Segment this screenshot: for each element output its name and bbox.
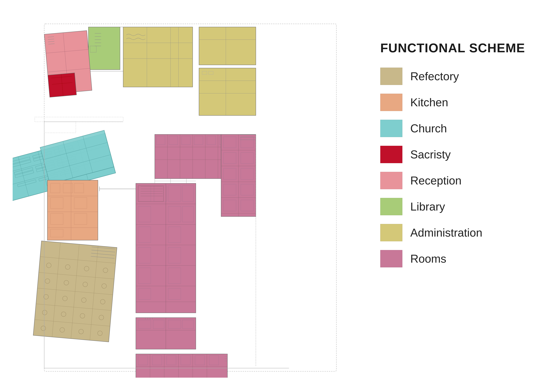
legend-item-kitchen: Kitchen (380, 94, 541, 111)
svg-rect-8 (199, 27, 256, 65)
svg-rect-11 (199, 68, 256, 115)
legend-item-refectory: Refectory (380, 68, 541, 85)
legend-color-library (380, 198, 402, 215)
legend-label-church: Church (410, 122, 447, 135)
legend-label-rooms: Rooms (410, 252, 446, 265)
legend-color-kitchen (380, 94, 402, 111)
legend-color-refectory (380, 68, 402, 85)
legend-label-kitchen: Kitchen (410, 96, 448, 109)
legend-item-rooms: Rooms (380, 250, 541, 267)
svg-rect-2 (123, 27, 193, 87)
legend-color-reception (380, 172, 402, 189)
legend-label-library: Library (410, 200, 445, 213)
legend-item-reception: Reception (380, 172, 541, 189)
main-container: FUNCTIONAL SCHEME RefectoryKitchenChurch… (0, 0, 554, 392)
legend-color-rooms (380, 250, 402, 267)
legend-label-reception: Reception (410, 174, 461, 187)
svg-rect-185 (136, 354, 227, 378)
legend-item-administration: Administration (380, 224, 541, 241)
floorplan-svg (13, 14, 360, 378)
legend-title: FUNCTIONAL SCHEME (380, 41, 541, 55)
legend-area: FUNCTIONAL SCHEME RefectoryKitchenChurch… (368, 9, 541, 383)
legend-label-sacristy: Sacristy (410, 148, 451, 161)
svg-marker-213 (35, 117, 123, 133)
legend-color-sacristy (380, 146, 402, 163)
legend-label-administration: Administration (410, 226, 482, 239)
legend-item-library: Library (380, 198, 541, 215)
legend-item-church: Church (380, 120, 541, 137)
legend-color-church (380, 120, 402, 137)
legend-label-refectory: Refectory (410, 70, 459, 83)
svg-rect-17 (89, 27, 120, 70)
floorplan-area (13, 14, 360, 378)
legend-color-administration (380, 224, 402, 241)
legend-item-sacristy: Sacristy (380, 146, 541, 163)
legend-items-container: RefectoryKitchenChurchSacristyReceptionL… (380, 68, 541, 276)
